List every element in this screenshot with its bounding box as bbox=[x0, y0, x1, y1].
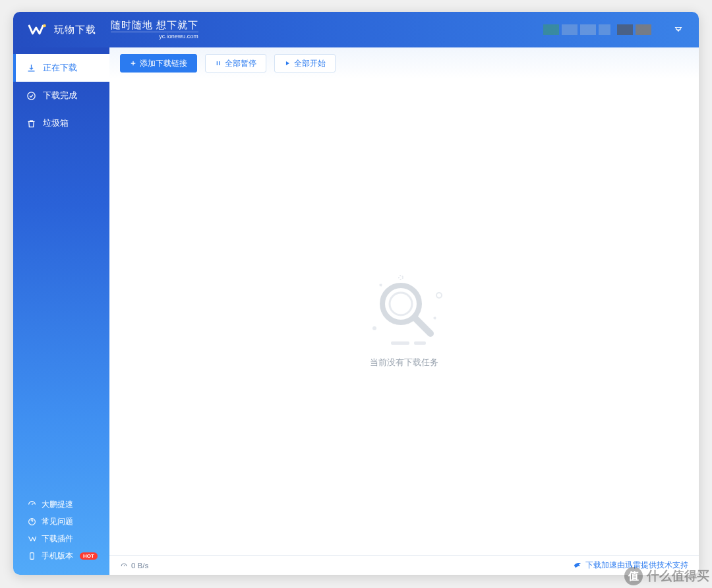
svg-line-6 bbox=[415, 318, 430, 334]
watermark-logo-icon: 值 bbox=[624, 567, 643, 585]
sidebar-link-mobile[interactable]: 手机版本 HOT bbox=[13, 547, 109, 564]
sidebar-item-label: 下载完成 bbox=[43, 90, 77, 102]
svg-rect-9 bbox=[391, 341, 409, 345]
statusbar: 0 B/s 下载加速由迅雷提供技术支持 bbox=[109, 555, 699, 575]
slogan-url: yc.ionewu.com bbox=[111, 32, 198, 40]
watermark-text: 什么值得买 bbox=[647, 568, 709, 585]
download-speed-indicator: 0 B/s bbox=[120, 562, 148, 570]
slogan-text: 随时随地 想下就下 bbox=[111, 20, 198, 30]
speed-icon bbox=[28, 500, 36, 509]
sidebar-link-faq[interactable]: 常见问题 bbox=[13, 513, 109, 530]
svg-point-1 bbox=[28, 92, 35, 99]
titlebar: 玩物下载 随时随地 想下就下 yc.ionewu.com bbox=[13, 12, 699, 47]
app-logo-icon bbox=[28, 22, 47, 37]
sidebar-link-label: 下载插件 bbox=[42, 534, 73, 544]
pause-icon bbox=[215, 60, 222, 67]
plus-icon bbox=[130, 60, 136, 67]
svg-point-0 bbox=[43, 24, 46, 28]
button-label: 全部暂停 bbox=[225, 58, 256, 69]
slogan-block: 随时随地 想下就下 yc.ionewu.com bbox=[111, 20, 198, 40]
speed-value: 0 B/s bbox=[131, 562, 148, 570]
svg-rect-10 bbox=[414, 341, 426, 345]
svg-point-5 bbox=[390, 293, 412, 315]
button-label: 添加下载链接 bbox=[140, 58, 187, 69]
sidebar-link-label: 常见问题 bbox=[42, 517, 73, 527]
trash-icon bbox=[26, 119, 36, 129]
xunlei-bird-icon bbox=[573, 561, 582, 570]
sidebar-link-label: 大鹏提速 bbox=[42, 500, 73, 510]
plugin-icon bbox=[28, 535, 36, 543]
sidebar-link-label: 手机版本 bbox=[42, 551, 73, 561]
download-icon bbox=[26, 63, 36, 73]
header-obscured-area bbox=[543, 24, 651, 35]
svg-point-11 bbox=[399, 276, 403, 279]
sidebar-item-completed[interactable]: 下载完成 bbox=[13, 82, 109, 109]
app-title: 玩物下载 bbox=[54, 24, 96, 36]
sidebar-item-label: 垃圾箱 bbox=[43, 117, 69, 129]
sidebar-item-downloading[interactable]: 正在下载 bbox=[13, 54, 109, 82]
content-area: 当前没有下载任务 bbox=[109, 79, 699, 555]
start-all-button[interactable]: 全部开始 bbox=[274, 54, 336, 73]
watermark: 值 什么值得买 bbox=[624, 567, 709, 585]
body: 正在下载 下载完成 垃圾箱 大鹏提速 bbox=[13, 47, 699, 575]
empty-state-illustration bbox=[355, 266, 454, 345]
sidebar: 正在下载 下载完成 垃圾箱 大鹏提速 bbox=[13, 47, 109, 575]
menu-toggle-button[interactable] bbox=[670, 21, 687, 38]
toolbar: 添加下载链接 全部暂停 全部开始 bbox=[109, 47, 699, 79]
main-panel: 添加下载链接 全部暂停 全部开始 bbox=[109, 47, 699, 575]
app-window: 玩物下载 随时随地 想下就下 yc.ionewu.com 正在下载 bbox=[13, 12, 699, 575]
add-download-link-button[interactable]: 添加下载链接 bbox=[120, 54, 197, 73]
logo-block: 玩物下载 bbox=[28, 22, 96, 37]
question-icon bbox=[28, 517, 36, 526]
sidebar-link-plugin[interactable]: 下载插件 bbox=[13, 530, 109, 547]
svg-point-8 bbox=[436, 293, 442, 298]
sidebar-link-speed-boost[interactable]: 大鹏提速 bbox=[13, 496, 109, 513]
button-label: 全部开始 bbox=[294, 58, 326, 69]
speed-gauge-icon bbox=[120, 562, 128, 570]
sidebar-item-label: 正在下载 bbox=[43, 62, 77, 74]
sidebar-bottom-links: 大鹏提速 常见问题 下载插件 手机版本 HOT bbox=[13, 496, 109, 575]
check-circle-icon bbox=[26, 91, 36, 101]
sidebar-item-trash[interactable]: 垃圾箱 bbox=[13, 109, 109, 137]
empty-state-text: 当前没有下载任务 bbox=[370, 357, 438, 368]
pause-all-button[interactable]: 全部暂停 bbox=[205, 54, 266, 73]
phone-icon bbox=[28, 552, 36, 560]
svg-point-7 bbox=[372, 326, 376, 330]
hot-badge: HOT bbox=[80, 552, 98, 560]
play-icon bbox=[284, 60, 291, 67]
